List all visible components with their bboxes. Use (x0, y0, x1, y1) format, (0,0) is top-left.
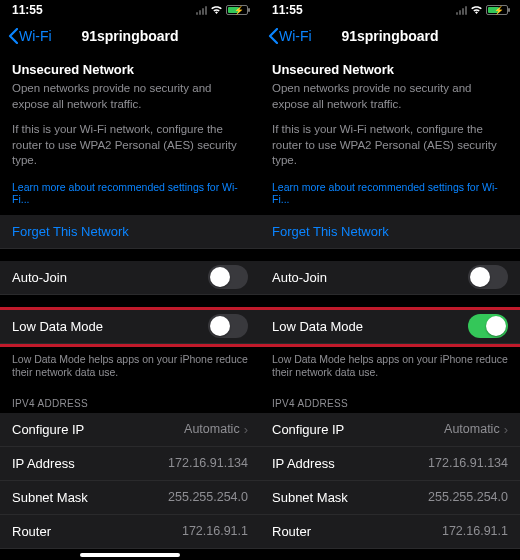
unsecured-warning: Unsecured Network Open networks provide … (0, 52, 260, 177)
low-data-label: Low Data Mode (272, 319, 363, 334)
learn-more-link[interactable]: Learn more about recommended settings fo… (0, 177, 260, 215)
chevron-right-icon: › (244, 422, 248, 437)
ip-label: IP Address (12, 456, 75, 471)
configure-ip-label: Configure IP (12, 422, 84, 437)
router-label: Router (12, 524, 51, 539)
subnet-value: 255.255.254.0 (168, 490, 248, 504)
subnet-label: Subnet Mask (12, 490, 88, 505)
configure-ip-value: Automatic (444, 422, 500, 436)
battery-icon: ⚡ (486, 5, 508, 15)
subnet-label: Subnet Mask (272, 490, 348, 505)
chevron-left-icon (8, 28, 18, 44)
status-time: 11:55 (272, 3, 303, 17)
auto-join-toggle[interactable] (208, 265, 248, 289)
status-bar: 11:55 ⚡ (260, 0, 520, 20)
router-value: 172.16.91.1 (182, 524, 248, 538)
warning-title: Unsecured Network (12, 62, 248, 77)
chevron-left-icon (268, 28, 278, 44)
nav-bar: Wi-Fi 91springboard (260, 20, 520, 52)
low-data-label: Low Data Mode (12, 319, 103, 334)
router-row: Router 172.16.91.1 (260, 515, 520, 549)
status-time: 11:55 (12, 3, 43, 17)
wifi-icon (470, 5, 483, 15)
back-button[interactable]: Wi-Fi (8, 28, 52, 44)
configure-ip-row[interactable]: Configure IP Automatic› (260, 413, 520, 447)
ip-address-row: IP Address 172.16.91.134 (0, 447, 260, 481)
panel-right: 11:55 ⚡ Wi-Fi 91springboard Unsecured Ne… (260, 0, 520, 560)
configure-ip-row[interactable]: Configure IP Automatic› (0, 413, 260, 447)
router-value: 172.16.91.1 (442, 524, 508, 538)
low-data-footer: Low Data Mode helps apps on your iPhone … (260, 347, 520, 388)
battery-icon: ⚡ (226, 5, 248, 15)
low-data-row: Low Data Mode (0, 310, 260, 344)
subnet-row: Subnet Mask 255.255.254.0 (260, 481, 520, 515)
learn-more-link[interactable]: Learn more about recommended settings fo… (260, 177, 520, 215)
low-data-toggle-off[interactable] (208, 314, 248, 338)
auto-join-label: Auto-Join (272, 270, 327, 285)
subnet-row: Subnet Mask 255.255.254.0 (0, 481, 260, 515)
back-label: Wi-Fi (279, 28, 312, 44)
cellular-icon (196, 6, 207, 15)
low-data-footer: Low Data Mode helps apps on your iPhone … (0, 347, 260, 388)
ip-value: 172.16.91.134 (168, 456, 248, 470)
warning-title: Unsecured Network (272, 62, 508, 77)
low-data-row: Low Data Mode (260, 310, 520, 344)
forget-network-row[interactable]: Forget This Network (0, 215, 260, 249)
ip-address-row: IP Address 172.16.91.134 (260, 447, 520, 481)
auto-join-toggle[interactable] (468, 265, 508, 289)
subnet-value: 255.255.254.0 (428, 490, 508, 504)
home-indicator[interactable] (80, 553, 180, 557)
warning-text-2: If this is your Wi-Fi network, configure… (12, 122, 248, 169)
auto-join-label: Auto-Join (12, 270, 67, 285)
ipv4-header: IPV4 ADDRESS (0, 388, 260, 413)
forget-label: Forget This Network (12, 224, 129, 239)
status-bar: 11:55 ⚡ (0, 0, 260, 20)
ip-value: 172.16.91.134 (428, 456, 508, 470)
status-indicators: ⚡ (456, 5, 508, 15)
cellular-icon (456, 6, 467, 15)
forget-network-row[interactable]: Forget This Network (260, 215, 520, 249)
warning-text-2: If this is your Wi-Fi network, configure… (272, 122, 508, 169)
warning-text-1: Open networks provide no security and ex… (12, 81, 248, 112)
configure-ip-label: Configure IP (272, 422, 344, 437)
unsecured-warning: Unsecured Network Open networks provide … (260, 52, 520, 177)
router-label: Router (272, 524, 311, 539)
warning-text-1: Open networks provide no security and ex… (272, 81, 508, 112)
auto-join-row: Auto-Join (260, 261, 520, 295)
back-button[interactable]: Wi-Fi (268, 28, 312, 44)
back-label: Wi-Fi (19, 28, 52, 44)
router-row: Router 172.16.91.1 (0, 515, 260, 549)
panel-left: 11:55 ⚡ Wi-Fi 91springboard Unsecured Ne… (0, 0, 260, 560)
low-data-highlight: Low Data Mode (0, 307, 260, 347)
forget-label: Forget This Network (272, 224, 389, 239)
wifi-icon (210, 5, 223, 15)
status-indicators: ⚡ (196, 5, 248, 15)
low-data-highlight: Low Data Mode (260, 307, 520, 347)
ipv4-header: IPV4 ADDRESS (260, 388, 520, 413)
low-data-toggle-on[interactable] (468, 314, 508, 338)
configure-ip-value: Automatic (184, 422, 240, 436)
ip-label: IP Address (272, 456, 335, 471)
nav-bar: Wi-Fi 91springboard (0, 20, 260, 52)
chevron-right-icon: › (504, 422, 508, 437)
auto-join-row: Auto-Join (0, 261, 260, 295)
